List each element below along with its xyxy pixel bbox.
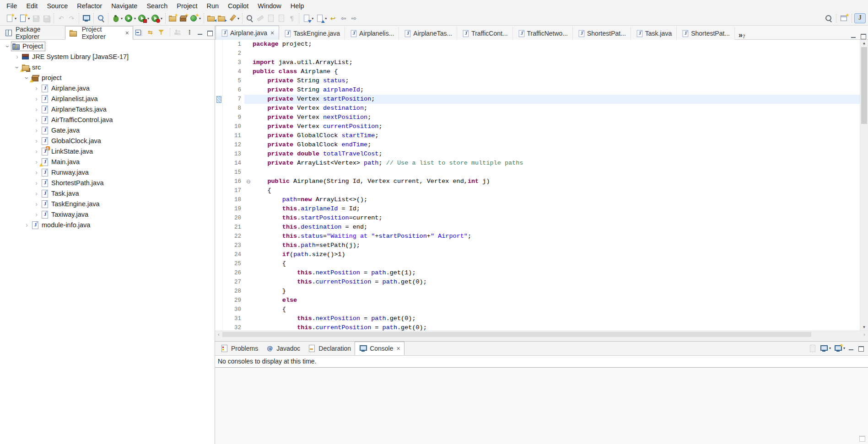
tree-item-airplane-java[interactable]: ›JAirplane.java [0,83,215,94]
expander-icon[interactable]: › [32,106,40,113]
restore-view-icon[interactable] [859,436,865,442]
tree-item-airtrafficcontrol-java[interactable]: ›JAirTrafficControl.java [0,115,215,125]
tree-item-src[interactable]: ›src [0,62,215,73]
menu-copilot[interactable]: Copilot [223,1,253,11]
scroll-up-icon[interactable]: ▲ [860,40,868,47]
editor-tab-shortestpat[interactable]: JShortestPat... [573,27,631,40]
next-annotation-button[interactable]: ▾ [301,14,314,23]
fold-collapse-icon[interactable]: ⊖ [244,177,253,186]
new-java-project-button[interactable] [167,14,178,23]
maximize-button[interactable] [205,29,214,36]
editor-tab-trafficnetwo[interactable]: JTrafficNetwo... [513,27,573,40]
coverage-dropdown-icon[interactable]: ▾ [147,16,149,21]
tree-item-airplanetasks-java[interactable]: ›JAirplaneTasks.java [0,104,215,115]
console-tab-console[interactable]: Console× [355,342,404,355]
tree-item-globalclock-java[interactable]: ›JGlobalClock.java [0,136,215,146]
tree-item-shortestpath-java[interactable]: ›JShortestPath.java [0,178,215,188]
console-tab-problems[interactable]: Problems [216,342,262,355]
close-icon[interactable]: × [125,30,129,36]
project-tree[interactable]: ›JProject›JRE System Library [JavaSE-17]… [0,40,215,444]
profile-button[interactable]: ▾ [150,14,163,23]
tree-item-module-info-java[interactable]: ›Jmodule-info.java [0,220,215,230]
expander-icon[interactable]: › [4,43,11,50]
menu-refactor[interactable]: Refactor [72,1,107,11]
new-button[interactable]: ▾ [4,14,17,23]
menu-search[interactable]: Search [142,1,172,11]
next-annotation-dropdown-icon[interactable]: ▾ [312,16,313,21]
console-tab-declaration[interactable]: Declaration [304,342,355,355]
tree-item-airplanelist-java[interactable]: ›JAirplanelist.java [0,94,215,104]
expander-icon[interactable]: › [32,169,40,177]
new-package-button[interactable] [178,14,189,23]
tree-item-gate-java[interactable]: ›JGate.java [0,125,215,136]
run-button[interactable]: ▾ [124,14,137,23]
sash[interactable] [215,338,868,341]
menu-run[interactable]: Run [202,1,223,11]
expander-icon[interactable]: › [13,53,21,61]
new-class-dropdown-icon[interactable]: ▾ [199,16,201,21]
console-tab-javadoc[interactable]: @Javadoc [262,342,304,355]
expander-icon[interactable]: › [32,190,40,198]
view-tab-project-explorer[interactable]: Project Explorer× [65,26,133,40]
open-console-button[interactable]: ▾ [833,344,846,353]
export-button[interactable] [216,14,227,23]
expander-icon[interactable]: › [32,95,40,103]
new-java-dropdown-icon[interactable]: ▾ [28,16,30,21]
coverage-button[interactable]: ▾ [137,14,150,23]
editor-tab-airplanelis[interactable]: JAirplanelis... [345,27,399,40]
horizontal-scrollbar-thumb[interactable] [222,332,811,337]
forward-button[interactable]: ⇨ [349,14,359,23]
menu-window[interactable]: Window [253,1,286,11]
link-editor-button[interactable]: ⇆ [145,28,156,37]
annotate-dropdown-icon[interactable]: ▾ [237,16,239,21]
vertical-scrollbar-thumb[interactable] [861,47,867,124]
editor-tab-airplane-java[interactable]: JAirplane.java× [216,26,279,40]
maximize-button[interactable] [859,32,868,39]
open-console-dropdown-icon[interactable]: ▾ [843,346,845,350]
menu-project[interactable]: Project [172,1,202,11]
display-console-button[interactable]: ▾ [819,344,832,353]
last-edit-button[interactable]: ↩ [328,14,338,23]
new-dropdown-icon[interactable]: ▾ [15,16,16,21]
expander-icon[interactable]: › [23,221,31,229]
expander-icon[interactable]: › [32,179,40,187]
vertical-scrollbar[interactable]: ▲ ▼ [860,40,868,331]
display-console-dropdown-icon[interactable]: ▾ [829,346,831,350]
focus-button[interactable] [173,28,183,37]
open-type-button[interactable] [244,14,255,23]
editor-tab-taskengine-java[interactable]: JTaskEngine.java [279,27,345,40]
tree-item-taskengine-java[interactable]: ›JTaskEngine.java [0,199,215,209]
open-console-view-button[interactable] [81,14,92,23]
clean-button[interactable] [265,14,276,23]
save-button[interactable] [31,14,41,23]
scroll-down-icon[interactable]: ▼ [860,324,868,331]
minimize-button[interactable] [847,345,856,352]
tree-item-project[interactable]: ›JProject [0,41,215,52]
prev-annotation-button[interactable]: ▾ [314,14,328,23]
run-dropdown-icon[interactable]: ▾ [134,16,136,21]
pin-console-button[interactable] [807,344,818,353]
whitespace-button[interactable]: ¶ [286,14,297,23]
debug-button[interactable]: ▾ [110,14,124,23]
expander-icon[interactable]: › [32,137,40,145]
save-all-button[interactable] [41,14,52,23]
minimize-button[interactable] [196,29,205,36]
search-pen-button[interactable] [96,14,106,23]
redo-button[interactable]: ↷ [66,14,77,23]
view-menu-button[interactable]: ⋮ [184,28,195,37]
prev-annotation-dropdown-icon[interactable]: ▾ [325,16,327,21]
scroll-right-icon[interactable]: › [861,331,868,338]
annotate-button[interactable]: ▾ [227,14,240,23]
profile-dropdown-icon[interactable]: ▾ [161,16,162,21]
close-icon[interactable]: × [270,30,274,36]
tree-item-linkstate-java[interactable]: ›JELinkState.java [0,146,215,157]
search-button[interactable] [823,14,834,23]
menu-edit[interactable]: Edit [22,1,42,11]
view-tab-package-explorer[interactable]: Package Explorer [1,27,65,39]
tree-item-task-java[interactable]: ›JTask.java [0,188,215,199]
tree-item-jre-system-library-javase-17[interactable]: ›JRE System Library [JavaSE-17] [0,52,215,62]
back-button[interactable]: ⇦ [338,14,349,23]
maximize-button[interactable] [857,345,865,352]
new-class-button[interactable]: ▾ [189,14,202,23]
snippet-button[interactable] [276,14,286,23]
